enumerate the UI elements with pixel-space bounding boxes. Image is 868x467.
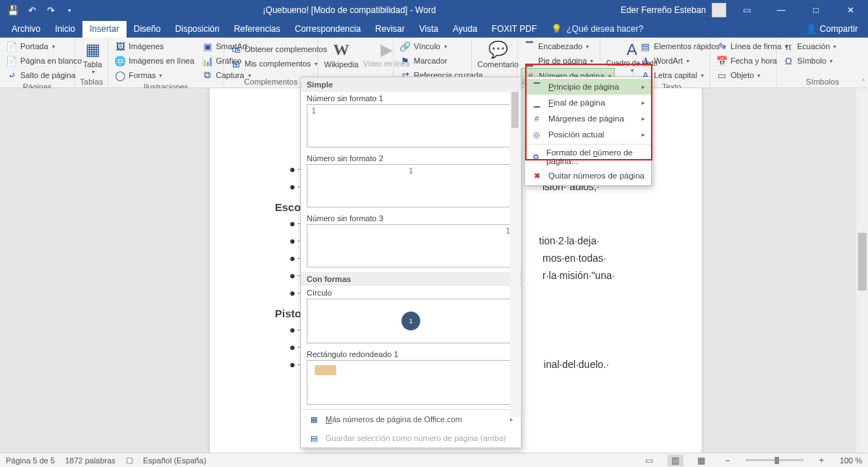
submenu-remove-label: Quitar números de página <box>548 171 644 180</box>
zoom-slider[interactable] <box>746 459 804 461</box>
zoom-out-icon[interactable]: − <box>720 455 736 466</box>
imagenes-button[interactable]: 🖼Imágenes <box>111 39 197 53</box>
zoom-slider-knob[interactable] <box>775 457 779 464</box>
footer-label: Pie de página <box>538 56 587 65</box>
online-pictures-button[interactable]: 🌐Imágenes en línea <box>111 53 197 68</box>
portada-button[interactable]: 📄Portada▾ <box>3 39 85 53</box>
tab-revisar[interactable]: Revisar <box>368 21 412 38</box>
submenu-format-number[interactable]: ⚙Formato del número de página... <box>525 146 651 168</box>
zoom-in-icon[interactable]: + <box>814 455 830 466</box>
gallery-item-title: Rectángulo redondeado 1 <box>307 350 515 360</box>
status-language[interactable]: Español (España) <box>143 456 206 465</box>
close-icon[interactable]: ✕ <box>836 0 865 20</box>
tab-correspondencia[interactable]: Correspondencia <box>287 21 367 38</box>
wikipedia-icon: W <box>330 40 353 59</box>
scrollbar-thumb[interactable] <box>858 233 867 291</box>
my-addins-button[interactable]: ⊞Mis complementos▾ <box>227 56 330 71</box>
office-icon: ▦ <box>308 414 320 425</box>
top-page-icon: ▔ <box>531 81 542 93</box>
save-icon[interactable]: 💾 <box>4 1 22 19</box>
tell-me[interactable]: 💡¿Qué desea hacer? <box>544 24 650 38</box>
zoom-level[interactable]: 100 % <box>840 456 862 465</box>
group-paginas: 📄Portada▾ 📄Página en blanco ⤶Salto de pá… <box>0 38 75 87</box>
gallery-scroll-thumb[interactable] <box>511 92 519 128</box>
bookmark-icon: ⚑ <box>399 55 411 67</box>
window-title: ¡Quebueno! [Modo de compatibilidad] - Wo… <box>78 5 621 15</box>
gallery-item-plain1[interactable]: Número sin formato 1 1 <box>301 92 521 152</box>
tab-ayuda[interactable]: Ayuda <box>446 21 485 38</box>
page-break-button[interactable]: ⤶Salto de página <box>3 68 85 82</box>
tabla-button[interactable]: ▦Tabla▾ <box>78 39 107 77</box>
submenu-bottom-of-page[interactable]: ▁Final de página▸ <box>525 95 651 111</box>
group-simbolos-label: Símbolos <box>777 77 868 87</box>
object-label: Objeto <box>731 71 754 80</box>
screenshot-icon: ⧉ <box>202 69 213 81</box>
footer-icon: ▁ <box>524 55 535 67</box>
blank-page-button[interactable]: 📄Página en blanco <box>3 53 85 68</box>
submenu-position-label: Posición actual <box>548 130 604 139</box>
gallery-item-plain3[interactable]: Número sin formato 3 1 <box>301 212 521 272</box>
bookmark-label: Marcador <box>414 56 447 65</box>
collapse-ribbon-icon[interactable]: ˄ <box>861 78 865 86</box>
gallery-item-title: Número sin formato 1 <box>307 94 515 104</box>
maximize-icon[interactable]: □ <box>801 0 830 20</box>
read-mode-icon[interactable]: ▭ <box>642 455 658 466</box>
symbol-button[interactable]: ΩSímbolo▾ <box>780 53 839 68</box>
gallery-item-title: Círculo <box>307 288 515 299</box>
gallery-item-roundrect[interactable]: Rectángulo redondeado 1 <box>301 348 521 409</box>
wikipedia-label: Wikipedia <box>324 60 359 69</box>
web-layout-icon[interactable]: ▦ <box>694 455 710 466</box>
status-words[interactable]: 1872 palabras <box>65 456 116 465</box>
cover-page-icon: 📄 <box>6 40 17 52</box>
print-layout-icon[interactable]: ▥ <box>668 455 684 466</box>
share-button[interactable]: 👤Compartir <box>796 21 868 38</box>
submenu-remove-numbers[interactable]: ✖Quitar números de página <box>525 168 651 184</box>
shapes-button[interactable]: ◯Formas▾ <box>111 68 197 82</box>
chart-icon: 📊 <box>202 55 213 67</box>
margins-icon: # <box>531 113 542 124</box>
spellcheck-icon[interactable]: ▢ <box>126 455 133 465</box>
tab-vista[interactable]: Vista <box>412 21 446 38</box>
user-name[interactable]: Eder Ferreño Esteban <box>621 5 706 15</box>
tab-archivo[interactable]: Archivo <box>4 21 48 38</box>
qat-customize-icon[interactable]: ▾ <box>61 1 78 19</box>
gallery-item-plain2[interactable]: Número sin formato 2 1 <box>301 152 521 212</box>
group-ilustraciones: 🖼Imágenes 🌐Imágenes en línea ◯Formas▾ ▣S… <box>109 38 224 87</box>
user-avatar-icon[interactable] <box>712 3 726 17</box>
vertical-scrollbar[interactable] <box>856 88 868 453</box>
addins-icon: ⊞ <box>230 58 242 69</box>
group-texto2: ✎Línea de firma▾ 📅Fecha y hora ▭Objeto▾ <box>710 38 777 87</box>
wikipedia-button[interactable]: WWikipedia <box>321 39 362 70</box>
tab-diseno[interactable]: Diseño <box>127 21 168 38</box>
tell-me-label: ¿Qué desea hacer? <box>566 24 643 34</box>
tab-foxit[interactable]: FOXIT PDF <box>485 21 544 38</box>
redo-icon[interactable]: ↷ <box>42 1 59 19</box>
tab-referencias[interactable]: Referencias <box>226 21 287 38</box>
tab-disposicion[interactable]: Disposición <box>168 21 226 38</box>
comment-button[interactable]: 💬Comentario <box>475 39 522 70</box>
minimize-icon[interactable]: — <box>767 0 796 20</box>
more-from-office-button[interactable]: ▦Más números de página de Office.com▸ <box>301 410 521 429</box>
tab-insertar[interactable]: Insertar <box>82 21 127 38</box>
header-icon: ▔ <box>524 40 535 52</box>
status-page[interactable]: Página 5 de 5 <box>6 456 55 465</box>
ribbon-display-options-icon[interactable]: ▭ <box>732 0 761 20</box>
equation-button[interactable]: πEcuación▾ <box>780 39 839 53</box>
roundrect-preview-icon <box>315 365 336 375</box>
submenu-current-position[interactable]: ◎Posición actual▸ <box>525 127 651 142</box>
get-addins-button[interactable]: 🛍Obtener complementos <box>227 42 330 56</box>
tab-inicio[interactable]: Inicio <box>48 21 82 38</box>
gallery-header-shapes: Con formas <box>301 272 521 286</box>
comment-icon: 💬 <box>486 40 509 59</box>
portada-label: Portada <box>20 42 48 51</box>
blank-page-icon: 📄 <box>6 55 17 67</box>
link-icon: 🔗 <box>399 40 411 52</box>
circle-preview-icon: 1 <box>401 312 420 330</box>
gallery-item-circle[interactable]: Círculo 1 <box>301 286 521 348</box>
gallery-scrollbar[interactable] <box>510 90 520 417</box>
save-selection-icon: ▤ <box>308 432 320 444</box>
submenu-top-of-page[interactable]: ▔Principio de página▸ <box>525 79 651 95</box>
submenu-page-margins[interactable]: #Márgenes de página▸ <box>525 111 651 127</box>
gallery-header-simple: Simple <box>301 77 521 92</box>
undo-icon[interactable]: ↶ <box>23 1 41 19</box>
